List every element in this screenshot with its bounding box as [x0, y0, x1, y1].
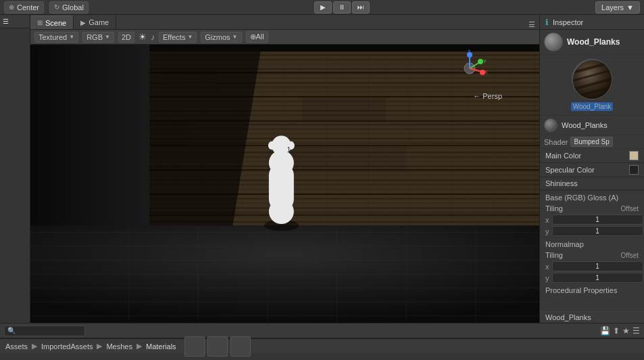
next-button[interactable]: ⏭	[352, 1, 370, 14]
game-tab[interactable]: ▶ Game	[74, 16, 116, 29]
viewport-canvas: 1 Z Y X	[30, 45, 539, 323]
shininess-row[interactable]: Shininess	[540, 177, 644, 190]
wood-planks-bottom: Wood_Planks	[540, 311, 644, 323]
bottom-breadcrumb: Assets ▶ ImportedAssets ▶ Meshes ▶ Mater…	[0, 338, 644, 353]
asset-thumb-2[interactable]	[207, 336, 228, 357]
svg-text:1: 1	[287, 146, 291, 154]
sep1: ▶	[32, 342, 37, 351]
tiling-x-row: x	[540, 214, 644, 225]
effects-arrow-icon: ▼	[187, 34, 193, 40]
textured-arrow-icon: ▼	[69, 34, 74, 40]
norm-tiling-y-row: y	[540, 272, 644, 284]
tiling-x-input[interactable]	[552, 215, 643, 225]
perspective-label: ← Persp	[473, 92, 502, 100]
sep3: ▶	[137, 342, 142, 351]
gizmos-dropdown[interactable]: Gizmos ▼	[201, 32, 241, 43]
gizmos-arrow-icon: ▼	[232, 34, 238, 40]
main-color-swatch[interactable]	[629, 151, 639, 160]
shininess-label: Shininess	[545, 179, 639, 187]
2d-button[interactable]: 2D	[118, 32, 134, 43]
specular-color-row[interactable]: Specular Color	[540, 163, 644, 177]
textured-dropdown[interactable]: Textured ▼	[34, 32, 78, 43]
sun-icon[interactable]: ☀	[139, 32, 147, 42]
tabs-bar: ⊞ Scene ▶ Game ☰	[30, 15, 539, 30]
center-toggle[interactable]: ⊕ Center	[4, 1, 44, 14]
save-icon[interactable]: 💾	[600, 326, 610, 336]
material-name: Wood_Planks	[562, 121, 608, 129]
norm-tiling-x-input[interactable]	[552, 261, 643, 271]
asset-thumb-3[interactable]	[230, 336, 251, 357]
base-section-label: Base (RGB) Gloss (A)	[540, 190, 644, 203]
svg-point-50	[478, 59, 483, 64]
tiling-x-axis: x	[545, 216, 549, 224]
bottom-icons: 💾 ⬆ ★ ☰	[600, 326, 640, 336]
hamburger-icon: ☰	[3, 18, 9, 25]
shader-row: Shader Bumped Sp	[540, 135, 644, 149]
asset-name: Wood_Planks	[567, 37, 620, 47]
scene-toolbar: Textured ▼ RGB ▼ 2D ☀ ♪ Effects ▼ Gizmos…	[30, 30, 539, 45]
svg-text:X: X	[485, 70, 488, 74]
specular-color-swatch[interactable]	[629, 165, 639, 175]
star-icon[interactable]: ★	[622, 326, 630, 336]
tiling-y-axis: y	[545, 227, 549, 235]
shader-label: Shader	[544, 138, 568, 146]
inspector-title: Inspector	[553, 18, 583, 26]
audio-icon[interactable]: ♪	[151, 32, 155, 42]
material-preview-label: Wood_Plank	[571, 102, 614, 111]
assets-breadcrumb[interactable]: Assets	[5, 342, 28, 351]
tab-menu-icon[interactable]: ☰	[528, 20, 535, 29]
search-box: 🔍	[4, 325, 85, 336]
norm-tiling-x-row: x	[540, 261, 644, 272]
textured-label: Textured	[39, 33, 67, 41]
tiling-y-input[interactable]	[552, 226, 643, 236]
global-toggle[interactable]: ↻ Global	[49, 1, 89, 14]
proc-properties: Procedural Properties	[540, 284, 644, 297]
search-input[interactable]	[18, 327, 78, 335]
hierarchy-panel: ☰	[0, 15, 30, 323]
hierarchy-header[interactable]: ☰	[0, 15, 30, 28]
viewport-area: ⊞ Scene ▶ Game ☰ Textured ▼ RGB ▼ 2D	[30, 15, 539, 323]
preview-container: Wood_Plank	[571, 59, 614, 111]
game-tab-icon: ▶	[80, 19, 86, 26]
offset-header-label: Offset	[618, 205, 639, 212]
pause-button[interactable]: ⏸	[333, 1, 351, 14]
2d-label: 2D	[122, 33, 131, 41]
all-dropdown[interactable]: ⊕All	[246, 31, 268, 43]
all-label: ⊕All	[250, 32, 264, 41]
tiling-y-row: y	[540, 225, 644, 237]
material-preview-section: Wood_Plank	[540, 55, 644, 116]
search-icon: 🔍	[7, 327, 16, 334]
normalmap-section-label: Normalmap	[540, 237, 644, 250]
layers-dropdown[interactable]: Layers ▼	[595, 1, 640, 14]
norm-tiling-x-axis: x	[545, 263, 549, 271]
scene-tab[interactable]: ⊞ Scene	[30, 16, 74, 29]
materials-breadcrumb[interactable]: Materials	[146, 342, 176, 351]
main-color-row[interactable]: Main Color	[540, 149, 644, 163]
rgb-dropdown[interactable]: RGB ▼	[82, 32, 114, 43]
asset-sphere	[544, 32, 563, 51]
transport-controls: ▶ ⏸ ⏭	[314, 1, 370, 14]
effects-dropdown[interactable]: Effects ▼	[159, 32, 197, 43]
main-area: ☰ ⊞ Scene ▶ Game ☰ Textured ▼ RG	[0, 15, 644, 323]
import-icon[interactable]: ⬆	[613, 326, 620, 336]
scene-tab-label: Scene	[45, 19, 66, 27]
effects-label: Effects	[163, 33, 185, 41]
rgb-label: RGB	[86, 33, 103, 41]
persp-text: ← Persp	[473, 92, 502, 100]
meshes-breadcrumb[interactable]: Meshes	[106, 342, 132, 351]
shader-dropdown[interactable]: Bumped Sp	[570, 137, 612, 147]
scene-gizmo[interactable]: Z Y X	[451, 50, 492, 91]
imported-assets-breadcrumb[interactable]: ImportedAssets	[41, 342, 93, 351]
play-button[interactable]: ▶	[314, 1, 332, 14]
material-preview-sphere[interactable]	[572, 59, 612, 99]
proc-properties-label: Procedural Properties	[545, 286, 617, 294]
norm-tiling-y-input[interactable]	[552, 273, 643, 283]
asset-thumb-1[interactable]	[184, 336, 205, 357]
inspector-header: ℹ Inspector	[540, 15, 644, 30]
svg-text:Z: Z	[468, 50, 471, 54]
asset-header: Wood_Planks	[540, 30, 644, 55]
svg-text:Y: Y	[483, 59, 487, 64]
wood-planks-bottom-label: Wood_Planks	[545, 313, 591, 321]
menu-icon[interactable]: ☰	[633, 326, 640, 336]
global-icon: ↻	[54, 3, 59, 11]
